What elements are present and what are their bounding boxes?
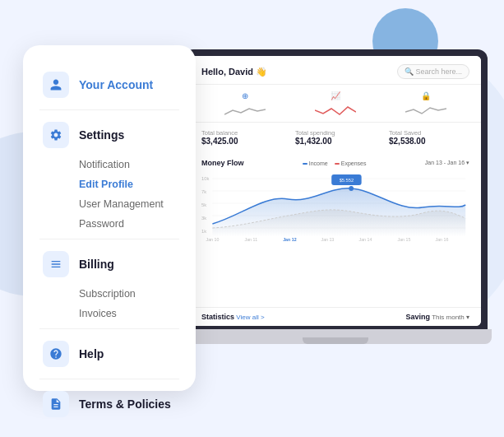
statistics-link[interactable]: View all > — [236, 314, 264, 321]
terms-icon — [43, 391, 69, 417]
divider-4 — [39, 379, 179, 379]
svg-text:7k: 7k — [201, 189, 206, 194]
dashboard: Hello, David 👋 🔍 Search here... ⊕ 📈 — [190, 56, 481, 326]
laptop-base — [179, 329, 492, 344]
laptop-screen-outer: Hello, David 👋 🔍 Search here... ⊕ 📈 — [183, 49, 488, 329]
nav-section-terms: Terms & Policies — [39, 384, 179, 424]
svg-text:1k: 1k — [201, 229, 206, 234]
money-flow-title: Money Flow — [201, 159, 244, 167]
svg-text:Jan 12: Jan 12 — [283, 237, 296, 242]
help-label: Help — [79, 347, 104, 360]
total-spending-value: $1,432.00 — [295, 137, 376, 146]
nav-subitem-subscription[interactable]: Subscription — [79, 284, 179, 304]
nav-subitem-invoices[interactable]: Invoices — [79, 304, 179, 323]
sidebar-card: Your Account Settings Notification Edit … — [23, 45, 196, 391]
nav-section-account: Your Account — [39, 65, 179, 105]
settings-label: Settings — [79, 128, 124, 142]
svg-text:Jan 10: Jan 10 — [206, 237, 220, 242]
dashboard-search[interactable]: 🔍 Search here... — [397, 64, 469, 79]
tooltip-dot — [349, 186, 354, 191]
nav-item-settings[interactable]: Settings — [39, 115, 179, 155]
stat-icon-1: ⊕ — [224, 91, 266, 119]
saving-period[interactable]: This month ▾ — [432, 314, 469, 321]
balance-total: Total balance $3,425.00 — [201, 129, 282, 146]
expense-legend-dot — [335, 163, 340, 165]
divider-3 — [39, 328, 179, 329]
divider-1 — [39, 109, 179, 110]
money-flow-header: Money Flow Income Expenses Jan 13 - Jan … — [201, 159, 469, 167]
total-balance-value: $3,425.00 — [201, 137, 282, 146]
nav-item-your-account[interactable]: Your Account — [39, 65, 179, 105]
nav-section-help: Help — [39, 334, 179, 374]
money-flow-section: Money Flow Income Expenses Jan 13 - Jan … — [190, 152, 481, 307]
balance-spending: Total spending $1,432.00 — [295, 129, 376, 146]
income-legend-dot — [303, 163, 307, 165]
nav-item-help[interactable]: Help — [39, 334, 179, 374]
svg-text:Jan 11: Jan 11 — [245, 237, 258, 242]
nav-item-terms[interactable]: Terms & Policies — [39, 384, 179, 424]
dashboard-bottom: Statistics View all > Saving This month … — [190, 307, 481, 326]
billing-icon — [43, 251, 69, 277]
total-balance-label: Total balance — [201, 129, 282, 137]
svg-text:Jan 15: Jan 15 — [398, 237, 411, 242]
money-flow-legend: Income Expenses — [303, 160, 367, 166]
nav-section-settings: Settings Notification Edit Profile User … — [39, 115, 179, 234]
total-saved-label: Total Saved — [389, 129, 469, 137]
saving-label: Saving — [406, 313, 431, 321]
laptop-screen-inner: Hello, David 👋 🔍 Search here... ⊕ 📈 — [190, 56, 481, 326]
divider-2 — [39, 239, 179, 239]
billing-label: Billing — [79, 258, 114, 271]
balance-row: Total balance $3,425.00 Total spending $… — [190, 123, 481, 152]
stat-icon-2: 📈 — [315, 91, 356, 119]
svg-text:5k: 5k — [201, 202, 206, 207]
stat-symbol-3: 🔒 — [421, 91, 431, 100]
stats-icons-row: ⊕ 📈 🔒 — [190, 85, 481, 123]
income-legend: Income — [303, 160, 328, 166]
money-flow-chart: 10k 7k 5k 3k 1k — [201, 170, 469, 244]
account-label: Your Account — [79, 78, 153, 91]
stat-symbol-1: ⊕ — [242, 91, 248, 100]
dashboard-greeting: Hello, David 👋 — [201, 67, 267, 77]
svg-text:Jan 16: Jan 16 — [436, 237, 449, 242]
svg-text:10k: 10k — [201, 176, 209, 181]
statistics-section: Statistics View all > — [201, 313, 265, 321]
svg-text:Jan 14: Jan 14 — [359, 237, 372, 242]
total-saved-value: $2,538.00 — [389, 137, 469, 146]
settings-icon — [43, 122, 69, 148]
stat-symbol-2: 📈 — [331, 91, 340, 100]
nav-section-billing: Billing Subscription Invoices — [39, 244, 179, 323]
svg-text:3k: 3k — [201, 216, 206, 221]
svg-text:Jan 13: Jan 13 — [321, 237, 335, 242]
terms-label: Terms & Policies — [79, 397, 171, 411]
nav-subitem-password[interactable]: Password — [79, 214, 179, 234]
laptop-wrapper: Hello, David 👋 🔍 Search here... ⊕ 📈 — [175, 49, 496, 379]
balance-saved: Total Saved $2,538.00 — [389, 129, 469, 146]
account-icon — [43, 72, 69, 98]
stat-icon-3: 🔒 — [405, 91, 446, 119]
expense-legend: Expenses — [335, 160, 367, 166]
nav-subitem-user-management[interactable]: User Management — [79, 194, 179, 214]
saving-section: Saving This month ▾ — [406, 313, 469, 321]
billing-subitems: Subscription Invoices — [39, 284, 179, 323]
nav-subitem-edit-profile[interactable]: Edit Profile — [79, 174, 179, 194]
statistics-label: Statistics — [201, 313, 234, 321]
help-icon — [43, 341, 69, 367]
nav-item-billing[interactable]: Billing — [39, 244, 179, 284]
money-flow-date[interactable]: Jan 13 - Jan 16 ▾ — [425, 160, 469, 166]
dashboard-header: Hello, David 👋 🔍 Search here... — [190, 56, 481, 85]
settings-subitems: Notification Edit Profile User Managemen… — [39, 155, 179, 234]
nav-subitem-notification[interactable]: Notification — [79, 155, 179, 174]
total-spending-label: Total spending — [295, 129, 376, 137]
